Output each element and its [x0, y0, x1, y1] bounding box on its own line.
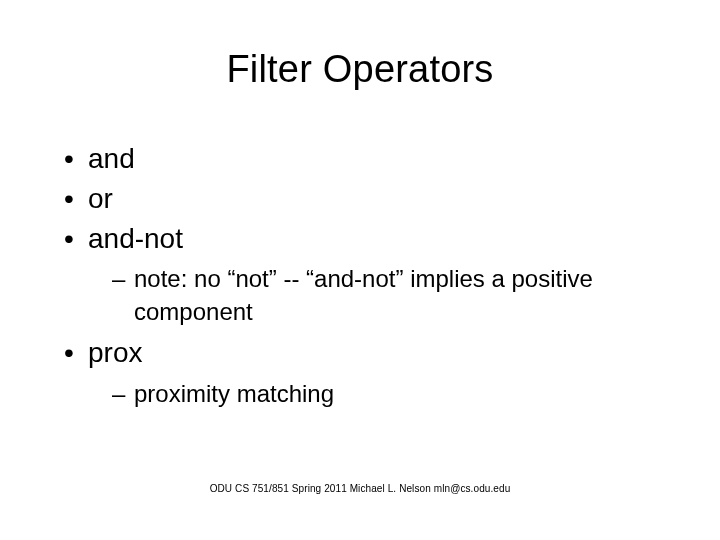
bullet-and-not: and-not	[64, 220, 680, 258]
bullet-and: and	[64, 140, 680, 178]
sub-bullet-prox-note: proximity matching	[112, 378, 680, 410]
slide-title: Filter Operators	[0, 48, 720, 91]
slide-content: and or and-not note: no “not” -- “and-no…	[64, 140, 680, 416]
slide-footer: ODU CS 751/851 Spring 2011 Michael L. Ne…	[0, 483, 720, 494]
bullet-or: or	[64, 180, 680, 218]
bullet-prox: prox	[64, 334, 680, 372]
sub-bullet-and-not-note: note: no “not” -- “and-not” implies a po…	[112, 263, 680, 328]
slide: Filter Operators and or and-not note: no…	[0, 0, 720, 540]
